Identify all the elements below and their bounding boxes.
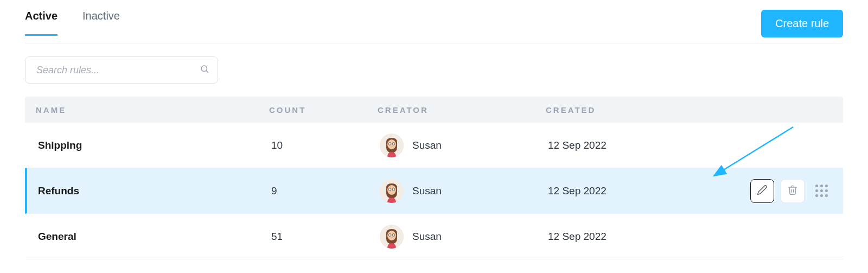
svg-point-4: [388, 142, 391, 145]
svg-point-8: [388, 188, 391, 191]
search-container: [25, 56, 218, 84]
avatar: [380, 225, 404, 249]
tab-active[interactable]: Active: [25, 10, 58, 35]
th-name: NAME: [36, 105, 269, 115]
svg-point-13: [392, 233, 395, 236]
table-row[interactable]: Refunds 9 Susan 12: [25, 168, 843, 214]
table-header: NAME COUNT CREATOR CREATED: [25, 97, 843, 123]
svg-point-12: [388, 233, 391, 236]
table-row[interactable]: Shipping 10 Susan: [25, 123, 843, 168]
avatar: [380, 134, 404, 157]
cell-creator: Susan: [380, 179, 548, 203]
row-actions: [716, 179, 843, 203]
th-count: COUNT: [269, 105, 378, 115]
cell-name: Refunds: [38, 185, 271, 197]
cell-created: 12 Sep 2022: [548, 231, 716, 243]
create-rule-button[interactable]: Create rule: [761, 10, 843, 37]
th-created: CREATED: [546, 105, 714, 115]
cell-count: 9: [271, 185, 380, 197]
tab-inactive[interactable]: Inactive: [82, 10, 120, 35]
svg-line-1: [206, 71, 208, 72]
cell-count: 10: [271, 139, 380, 151]
edit-button[interactable]: [750, 179, 774, 203]
table-row[interactable]: General 51 Susan 1: [25, 214, 843, 259]
drag-handle-icon[interactable]: [811, 180, 832, 201]
cell-creator: Susan: [380, 225, 548, 249]
svg-point-5: [392, 142, 395, 145]
cell-creator: Susan: [380, 134, 548, 157]
cell-created: 12 Sep 2022: [548, 185, 716, 197]
delete-button[interactable]: [781, 179, 805, 203]
creator-name: Susan: [412, 185, 442, 197]
creator-name: Susan: [412, 139, 442, 151]
cell-name: Shipping: [38, 139, 271, 151]
cell-count: 51: [271, 231, 380, 243]
search-icon: [200, 64, 209, 76]
search-input[interactable]: [25, 56, 218, 84]
svg-point-9: [392, 188, 395, 191]
rules-table: NAME COUNT CREATOR CREATED Shipping 10: [25, 97, 843, 259]
cell-name: General: [38, 231, 271, 243]
top-bar: Active Inactive Create rule: [25, 0, 843, 43]
creator-name: Susan: [412, 231, 442, 243]
table-body: Shipping 10 Susan: [25, 123, 843, 259]
avatar: [380, 179, 404, 203]
th-creator: CREATOR: [378, 105, 546, 115]
pencil-icon: [757, 185, 768, 198]
cell-created: 12 Sep 2022: [548, 139, 716, 151]
trash-icon: [787, 185, 798, 198]
tabs: Active Inactive: [25, 10, 120, 35]
